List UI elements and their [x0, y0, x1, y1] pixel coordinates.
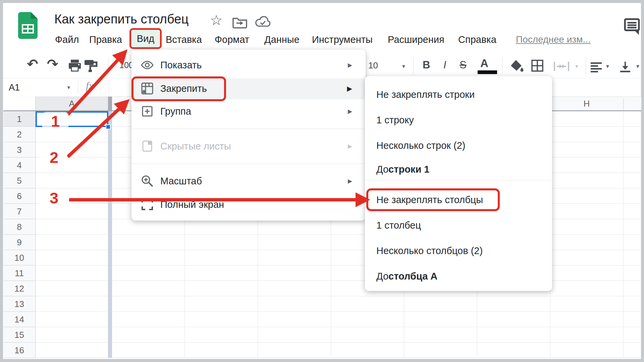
view-menu-item-zoom[interactable]: Масштаб ▶ — [131, 172, 366, 190]
toolbar-divider — [586, 57, 586, 74]
row-header[interactable]: 14 — [3, 312, 35, 327]
row-header[interactable]: 4 — [3, 158, 35, 173]
view-menu-item-fullscreen[interactable]: Полный экран — [131, 195, 366, 214]
strikethrough-button[interactable]: S — [460, 59, 467, 71]
submenu-arrow-icon: ▶ — [348, 178, 352, 185]
fullscreen-icon — [140, 198, 154, 211]
row-header[interactable]: 1 — [3, 111, 35, 127]
name-box-caret-icon[interactable]: ▼ — [66, 85, 71, 90]
menu-tools[interactable]: Инструменты — [312, 32, 373, 47]
move-folder-icon[interactable] — [232, 16, 248, 29]
menu-format[interactable]: Формат — [215, 32, 249, 47]
merge-cells-button[interactable] — [553, 60, 570, 72]
submenu-item-freeze-1-column[interactable]: 1 столбец — [376, 216, 421, 235]
menu-insert[interactable]: Вставка — [166, 32, 202, 47]
submenu-item-freeze-up-to-column-a[interactable]: До столбца A — [376, 267, 437, 286]
menu-file[interactable]: Файл — [55, 32, 79, 47]
submenu-item-freeze-multiple-columns[interactable]: Несколько столбцов (2) — [376, 241, 483, 260]
submenu-arrow-icon: ▶ — [348, 143, 352, 150]
menu-divider — [131, 129, 366, 129]
star-icon[interactable]: ☆ — [210, 13, 223, 27]
menu-view-label: Вид — [137, 33, 154, 44]
font-size-caret-icon[interactable]: ▼ — [401, 64, 406, 69]
gridline — [623, 111, 624, 358]
annotation-box-no-freeze-columns — [366, 188, 500, 211]
row-header[interactable]: 10 — [3, 250, 35, 265]
row-header[interactable]: 15 — [3, 327, 35, 343]
view-menu-item-show[interactable]: Показать ▶ — [131, 56, 366, 74]
submenu-item-no-freeze-rows[interactable]: Не закреплять строки — [376, 85, 475, 104]
hidden-sheets-icon — [140, 140, 154, 152]
last-edit-link[interactable]: Последнее изм... — [516, 32, 591, 47]
menu-help[interactable]: Справка — [458, 32, 496, 47]
text-color-swatch — [478, 70, 497, 74]
frozen-column-bar[interactable] — [108, 111, 112, 358]
fill-color-button[interactable] — [509, 59, 524, 72]
row-header-column: 1 2 3 4 5 6 7 8 9 10 11 12 13 14 15 16 — [3, 111, 36, 358]
column-header-a[interactable]: A — [36, 97, 108, 110]
toolbar-divider — [413, 57, 414, 74]
menu-data[interactable]: Данные — [264, 32, 300, 47]
document-title[interactable]: Как закрепить столбец — [54, 12, 189, 26]
formula-bar-divider — [109, 81, 109, 94]
view-menu-item-hidden-sheets[interactable]: Скрытые листы ▶ — [131, 137, 366, 156]
row-header[interactable]: 13 — [3, 296, 35, 312]
view-menu-item-group[interactable]: Группа ▶ — [131, 102, 366, 121]
paint-format-button[interactable] — [84, 59, 98, 72]
vertical-align-button[interactable] — [619, 61, 631, 73]
menu-divider — [131, 164, 366, 164]
font-size-control[interactable]: 10 — [368, 60, 378, 71]
redo-button[interactable]: ↷ — [47, 56, 58, 72]
name-box[interactable]: A1 — [9, 82, 20, 93]
comments-button[interactable] — [624, 18, 640, 36]
select-all-corner[interactable] — [3, 97, 36, 111]
horizontal-align-button[interactable] — [590, 62, 602, 72]
formula-bar-divider — [78, 81, 78, 94]
row-header[interactable]: 9 — [3, 235, 35, 250]
zoom-icon — [140, 174, 154, 188]
fx-icon: fx — [86, 80, 93, 92]
vertical-align-caret-icon[interactable]: ▼ — [635, 64, 640, 69]
row-header[interactable]: 16 — [3, 343, 35, 358]
column-header-h[interactable]: H — [550, 97, 623, 110]
sheets-logo[interactable] — [18, 12, 38, 39]
frozen-column-bar-header[interactable] — [108, 97, 112, 111]
submenu-arrow-icon: ▶ — [347, 84, 352, 93]
fill-handle[interactable] — [106, 124, 111, 129]
freeze-submenu-panel: Не закреплять строки 1 строку Несколько … — [365, 76, 552, 291]
row-header[interactable]: 7 — [3, 204, 35, 219]
group-icon — [140, 105, 154, 117]
annotation-step-3: 3 — [40, 188, 68, 207]
text-color-button[interactable]: A — [480, 57, 488, 70]
submenu-item-freeze-multiple-rows[interactable]: Несколько строк (2) — [376, 136, 466, 155]
submenu-item-freeze-up-to-row-1[interactable]: До строки 1 — [376, 160, 429, 179]
row-header[interactable]: 11 — [3, 265, 35, 281]
cloud-saved-icon[interactable] — [255, 16, 271, 28]
print-button[interactable] — [68, 59, 82, 72]
merge-caret-icon[interactable]: ▼ — [574, 64, 579, 69]
row-header[interactable]: 6 — [3, 188, 35, 204]
submenu-item-freeze-1-row[interactable]: 1 строку — [376, 111, 414, 129]
row-header[interactable]: 2 — [3, 127, 35, 142]
undo-button[interactable]: ↶ — [27, 56, 38, 72]
horizontal-align-caret-icon[interactable]: ▼ — [605, 64, 610, 69]
column-header-boundary — [623, 99, 624, 110]
borders-button[interactable] — [531, 59, 544, 72]
row-header[interactable]: 8 — [3, 219, 35, 235]
eye-icon — [140, 60, 154, 70]
annotation-step-1: 1 — [42, 112, 68, 130]
annotation-step-2: 2 — [41, 148, 67, 166]
menu-view[interactable]: Вид — [129, 28, 162, 49]
menu-divider — [365, 180, 552, 180]
row-header[interactable]: 5 — [3, 173, 35, 188]
view-menu-panel: Показать ▶ ✱ Закрепить ▶ Группа — [131, 50, 366, 221]
row-header[interactable]: 12 — [3, 281, 35, 296]
bold-button[interactable]: B — [423, 59, 430, 71]
row-header[interactable]: 3 — [3, 142, 35, 158]
italic-button[interactable]: I — [443, 59, 446, 71]
menu-extensions[interactable]: Расширения — [388, 32, 444, 47]
sheets-app-window: Как закрепить столбец ☆ Файл Правка Вид … — [0, 0, 644, 362]
submenu-arrow-icon: ▶ — [348, 62, 352, 69]
submenu-arrow-icon: ▶ — [348, 108, 352, 115]
menu-edit[interactable]: Правка — [89, 32, 122, 47]
